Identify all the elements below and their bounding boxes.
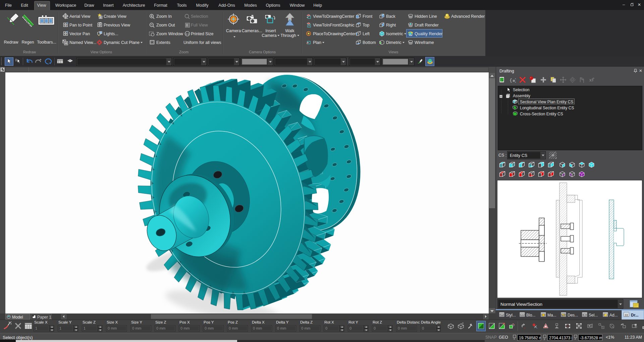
svg-text:x!: x! [589,78,593,82]
svg-text:z: z [575,337,576,340]
svg-text:y: y [544,337,545,340]
svg-text:x: x [514,337,515,340]
svg-text:1:1: 1:1 [185,33,190,36]
